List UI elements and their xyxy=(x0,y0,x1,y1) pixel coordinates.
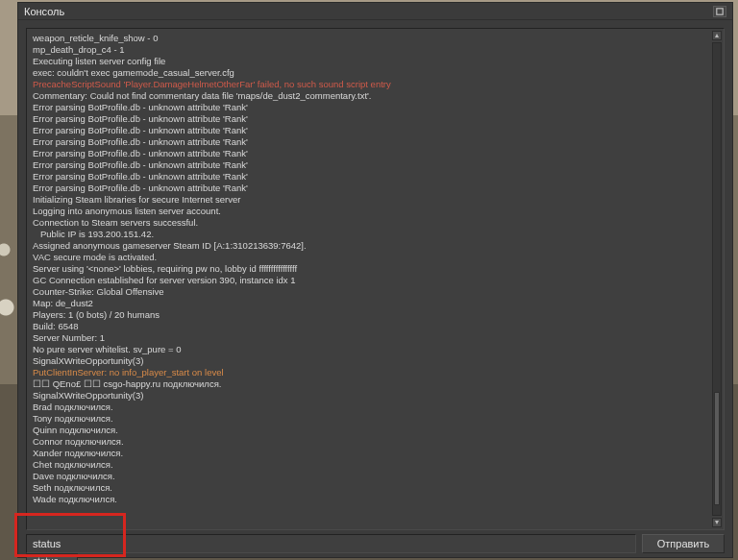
console-line: Brad подключился. xyxy=(33,402,712,413)
console-line: Error parsing BotProfile.db - unknown at… xyxy=(33,171,712,183)
console-input[interactable] xyxy=(26,534,636,553)
console-line: Executing listen server config file xyxy=(33,56,712,67)
console-line: Server using '<none>' lobbies, requiring… xyxy=(33,263,712,275)
console-line: Seth подключился. xyxy=(33,482,712,494)
console-line: Connor подключился. xyxy=(33,436,712,448)
console-line: Players: 1 (0 bots) / 20 humans xyxy=(33,309,712,321)
console-output-panel: weapon_reticle_knife_show - 0mp_death_dr… xyxy=(26,28,725,530)
console-line: exec: couldn't exec gamemode_casual_serv… xyxy=(33,67,712,79)
console-line: Quinn подключился. xyxy=(33,425,712,436)
console-line: Error parsing BotProfile.db - unknown at… xyxy=(33,102,712,113)
console-line: Logging into anonymous listen server acc… xyxy=(33,206,712,217)
console-line: PrecacheScriptSound 'Player.DamageHelmet… xyxy=(33,79,712,90)
console-line: Tony подключился. xyxy=(33,413,712,425)
maximize-icon[interactable] xyxy=(713,6,726,17)
titlebar: Консоль xyxy=(18,3,732,20)
console-line: Error parsing BotProfile.db - unknown at… xyxy=(33,125,712,136)
input-row: Отправить status xyxy=(18,534,732,557)
console-line: Map: de_dust2 xyxy=(33,298,712,309)
svg-rect-0 xyxy=(717,8,723,13)
console-line: mp_death_drop_c4 - 1 xyxy=(33,44,712,56)
console-line: Error parsing BotProfile.db - unknown at… xyxy=(33,183,712,194)
console-line: Commentary: Could not find commentary da… xyxy=(33,90,712,102)
console-line: VAC secure mode is activated. xyxy=(33,252,712,263)
scroll-up-icon[interactable] xyxy=(712,31,722,40)
console-line: Assigned anonymous gameserver Steam ID [… xyxy=(33,240,712,252)
submit-button[interactable]: Отправить xyxy=(642,534,725,553)
console-line: Error parsing BotProfile.db - unknown at… xyxy=(33,148,712,159)
console-line: SignalXWriteOpportunity(3) xyxy=(33,355,712,367)
scroll-track[interactable] xyxy=(712,42,722,516)
console-line: Public IP is 193.200.151.42. xyxy=(33,229,712,240)
title-controls xyxy=(711,6,726,17)
console-line: Error parsing BotProfile.db - unknown at… xyxy=(33,113,712,125)
console-line: No pure server whitelist. sv_pure = 0 xyxy=(33,344,712,355)
console-line: weapon_reticle_knife_show - 0 xyxy=(33,33,712,44)
console-line: Xander подключился. xyxy=(33,448,712,459)
window-title: Консоль xyxy=(24,6,64,17)
console-line: Error parsing BotProfile.db - unknown at… xyxy=(33,136,712,148)
console-line: Counter-Strike: Global Offensive xyxy=(33,286,712,298)
autocomplete-item: status xyxy=(33,556,59,560)
autocomplete-popup[interactable]: status xyxy=(26,553,78,560)
console-line: Wade подключился. xyxy=(33,494,712,505)
console-line: ☐☐ QEno£ ☐☐ csgo-happy.ru подключился. xyxy=(33,378,712,390)
console-line: Initializing Steam libraries for secure … xyxy=(33,194,712,206)
console-line: Server Number: 1 xyxy=(33,332,712,344)
console-line: PutClientInServer: no info_player_start … xyxy=(33,367,712,378)
scrollbar[interactable] xyxy=(712,31,722,527)
console-line: GC Connection established for server ver… xyxy=(33,275,712,286)
console-line: Chet подключился. xyxy=(33,459,712,471)
console-line: Dave подключился. xyxy=(33,471,712,482)
console-line: Connection to Steam servers successful. xyxy=(33,217,712,229)
scroll-thumb[interactable] xyxy=(714,392,720,505)
submit-button-label: Отправить xyxy=(657,538,710,549)
console-output: weapon_reticle_knife_show - 0mp_death_dr… xyxy=(31,29,712,529)
console-line: Error parsing BotProfile.db - unknown at… xyxy=(33,159,712,171)
svg-marker-1 xyxy=(715,34,719,37)
console-line: Build: 6548 xyxy=(33,321,712,332)
console-window: Консоль weapon_reticle_knife_show - 0mp_… xyxy=(17,2,733,558)
console-line: SignalXWriteOpportunity(3) xyxy=(33,390,712,402)
svg-marker-2 xyxy=(715,521,719,524)
scroll-down-icon[interactable] xyxy=(712,518,722,527)
